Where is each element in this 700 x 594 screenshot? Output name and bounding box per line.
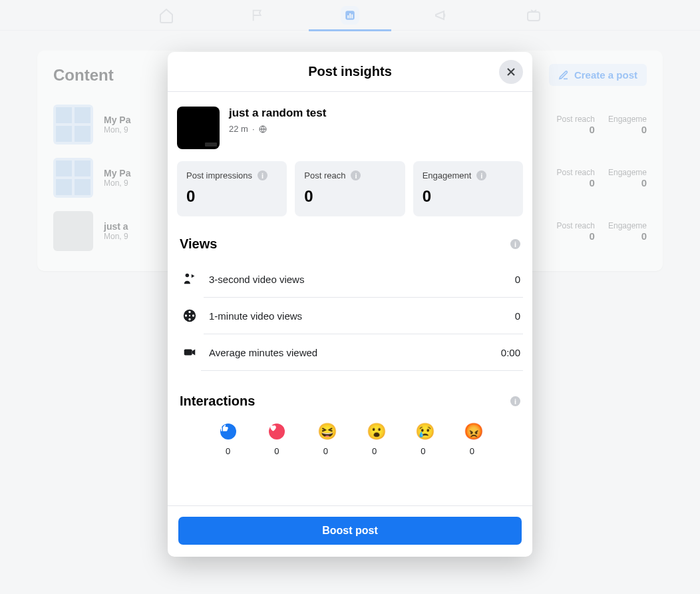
wow-icon: 😮 (367, 424, 383, 440)
boost-post-button[interactable]: Boost post (178, 517, 522, 545)
reaction-sad: 😢 0 (415, 424, 431, 456)
svg-point-9 (188, 318, 190, 320)
svg-point-8 (188, 311, 190, 313)
person-play-icon (182, 272, 198, 286)
modal-title: Post insights (308, 64, 392, 79)
view-row-avg: Average minutes viewed 0:00 (204, 334, 523, 370)
info-icon[interactable]: i (510, 396, 520, 406)
film-reel-icon (182, 308, 198, 323)
stat-reach: Post reachi 0 (295, 161, 405, 216)
svg-rect-13 (184, 349, 192, 355)
post-video-thumbnail (177, 107, 220, 149)
info-icon[interactable]: i (351, 170, 361, 180)
stat-engagement: Engagementi 0 (413, 161, 523, 216)
modal-header: Post insights (168, 52, 532, 92)
camera-icon (182, 345, 198, 360)
post-insights-modal: Post insights just a random test 22 m · … (168, 52, 532, 557)
svg-point-12 (189, 315, 190, 316)
info-icon[interactable]: i (476, 170, 486, 180)
close-icon (504, 65, 518, 79)
modal-body[interactable]: just a random test 22 m · Post impressio… (168, 92, 532, 505)
reaction-angry: 😡 0 (464, 424, 480, 456)
view-row-3sec: 3-second video views 0 (180, 261, 523, 297)
views-title: Views (180, 236, 217, 252)
post-title: just a random test (229, 107, 326, 120)
post-meta: 22 m · (229, 124, 326, 134)
sad-icon: 😢 (415, 424, 431, 440)
post-time: 22 m (229, 124, 248, 134)
stat-cards: Post impressionsi 0 Post reachi 0 Engage… (177, 161, 523, 216)
angry-icon: 😡 (464, 424, 480, 440)
globe-icon (259, 125, 267, 133)
modal-footer: Boost post (168, 505, 532, 557)
post-header: just a random test 22 m · (177, 107, 523, 149)
close-button[interactable] (499, 60, 523, 84)
svg-point-10 (185, 314, 187, 316)
reaction-haha: 😆 0 (317, 424, 333, 456)
svg-point-11 (192, 314, 194, 316)
view-row-1min: 1-minute video views 0 (204, 297, 523, 334)
svg-point-6 (186, 274, 190, 278)
info-icon[interactable]: i (258, 170, 267, 180)
info-icon[interactable]: i (510, 239, 520, 249)
love-icon (269, 424, 285, 440)
reactions-row: 0 0 😆 0 😮 0 😢 0 😡 0 (177, 418, 523, 463)
reaction-like: 0 (220, 424, 236, 456)
haha-icon: 😆 (317, 424, 333, 440)
reaction-wow: 😮 0 (367, 424, 383, 456)
stat-impressions: Post impressionsi 0 (177, 161, 287, 216)
like-icon (220, 424, 236, 440)
reaction-love: 0 (269, 424, 285, 456)
interactions-title: Interactions (180, 394, 255, 409)
